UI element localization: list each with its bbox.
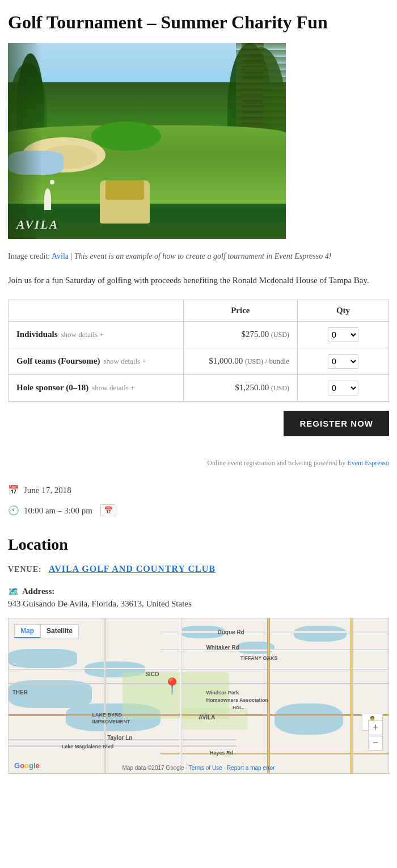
map-label-duque: Duque Rd [218, 629, 244, 635]
ticket-currency: (USD) [271, 331, 289, 339]
ticket-price: $1,250.00 [235, 383, 269, 392]
address-text: 943 Guisando De Avila, Florida, 33613, U… [8, 599, 389, 609]
event-espresso-link[interactable]: Event Espresso [347, 459, 389, 467]
map-pin: 📍 [162, 677, 182, 696]
event-title: Golf Tournament – Summer Charity Fun [8, 11, 389, 33]
map-tab-satellite[interactable]: Satellite [40, 624, 79, 638]
event-image: AVILA [8, 43, 286, 239]
col-header-name [9, 300, 184, 321]
map-label-sico: SICO [145, 671, 159, 677]
map-label-ther: THER [12, 689, 28, 696]
google-logo: Google [14, 761, 40, 770]
map-label-hayes: Hayes Rd [210, 750, 233, 756]
map-label-hol: HOL- [233, 705, 244, 710]
ticket-currency: (USD) [271, 384, 289, 392]
map-label-avila: AVILA [198, 714, 215, 720]
ticket-price: $1,000.00 [209, 356, 243, 365]
address-label-row: 🗺️ Address: [8, 587, 389, 597]
qty-select[interactable]: 012345678910 [328, 354, 358, 369]
ticket-currency: (USD) [245, 357, 263, 365]
zoom-in-button[interactable]: + [368, 720, 383, 735]
ticket-price-cell: $1,250.00 (USD) [183, 374, 297, 401]
ticket-price-cell: $275.00 (USD) [183, 321, 297, 348]
register-now-button[interactable]: REGISTER NOW [284, 411, 389, 436]
qty-select[interactable]: 012345678910 [328, 327, 358, 342]
avila-logo: AVILA [16, 217, 58, 232]
event-time-row: 🕙 10:00 am – 3:00 pm 📅 [8, 502, 389, 520]
ticket-name-text: Individuals [16, 330, 58, 339]
ticket-qty-cell: 012345678910 [297, 321, 388, 348]
ticket-bundle: / bundle [265, 357, 289, 365]
ticket-price: $275.00 [241, 330, 269, 339]
event-date: June 17, 2018 [24, 482, 71, 499]
map-footer: Map data ©2017 Google · Terms of Use · R… [123, 765, 275, 771]
venue-name-link[interactable]: AVILA GOLF AND COUNTRY CLUB [49, 564, 216, 574]
show-details-link[interactable]: show details + [103, 357, 146, 365]
map-label-tiffany: TIFFANY OAKS [240, 655, 278, 661]
calendar-icon: 📅 [8, 481, 19, 499]
register-button-row: REGISTER NOW [8, 411, 389, 436]
col-header-qty: Qty [297, 300, 388, 321]
ticket-name-text: Golf teams (Foursome) [16, 356, 100, 365]
clock-icon: 🕙 [8, 502, 19, 520]
map-zoom-controls: + − [368, 720, 383, 751]
show-details-link[interactable]: show details + [61, 330, 104, 339]
registration-table: Price Qty Individualsshow details +$275.… [8, 300, 389, 402]
map-label-whitaker: Whitaker Rd [206, 644, 239, 651]
ticket-name-cell: Hole sponsor (0–18)show details + [9, 374, 184, 401]
ticket-qty-cell: 012345678910 [297, 374, 388, 401]
location-section: Location VENUE: AVILA GOLF AND COUNTRY C… [8, 536, 389, 774]
map-label-magdalene: Lake Magdalene Blvd [62, 744, 114, 749]
ticket-name-cell: Individualsshow details + [9, 321, 184, 348]
qty-select[interactable]: 012345678910 [328, 381, 358, 395]
ticket-qty-cell: 012345678910 [297, 348, 388, 374]
show-details-link[interactable]: show details + [92, 384, 134, 392]
image-credit: Image credit: Avila | This event is an e… [8, 250, 389, 263]
avila-credit-link[interactable]: Avila [52, 252, 69, 260]
event-time: 10:00 am – 3:00 pm [24, 502, 92, 519]
report-map-error-link[interactable]: Report a map error [227, 765, 274, 771]
zoom-out-button[interactable]: − [368, 736, 383, 751]
venue-label: VENUE: [8, 565, 42, 574]
event-description: Join us for a fun Saturday of golfing wi… [8, 273, 389, 287]
col-header-price: Price [183, 300, 297, 321]
location-title: Location [8, 536, 389, 554]
event-date-row: 📅 June 17, 2018 [8, 481, 389, 499]
map-label-lake-byrd: LAKE BYRDIMPROVEMENT [92, 711, 130, 726]
table-row: Hole sponsor (0–18)show details +$1,250.… [9, 374, 389, 401]
table-row: Individualsshow details +$275.00 (USD)01… [9, 321, 389, 348]
map-label-windsor: Windsor ParkHomeowners Association [206, 689, 268, 703]
ticket-name-text: Hole sponsor (0–18) [16, 383, 88, 392]
table-row: Golf teams (Foursome)show details +$1,00… [9, 348, 389, 374]
ticket-price-cell: $1,000.00 (USD) / bundle [183, 348, 297, 374]
venue-row: VENUE: AVILA GOLF AND COUNTRY CLUB [8, 564, 389, 576]
map-container: Duque Rd Whitaker Rd TIFFANY OAKS SICO W… [8, 618, 389, 774]
address-block: 🗺️ Address: 943 Guisando De Avila, Flori… [8, 587, 389, 609]
ticket-name-cell: Golf teams (Foursome)show details + [9, 348, 184, 374]
terms-of-use-link[interactable]: Terms of Use [189, 765, 222, 771]
map-label-left: ← [12, 663, 17, 668]
map-tabs: Map Satellite [14, 624, 79, 638]
map-tab-map[interactable]: Map [14, 624, 40, 638]
add-to-calendar-button[interactable]: 📅 [100, 504, 116, 516]
map-label-taylor: Taylor Ln [107, 735, 132, 741]
event-meta: 📅 June 17, 2018 🕙 10:00 am – 3:00 pm 📅 [8, 481, 389, 520]
powered-by: Online event registration and ticketing … [8, 459, 389, 467]
map-pin-icon: 🗺️ [8, 587, 19, 597]
